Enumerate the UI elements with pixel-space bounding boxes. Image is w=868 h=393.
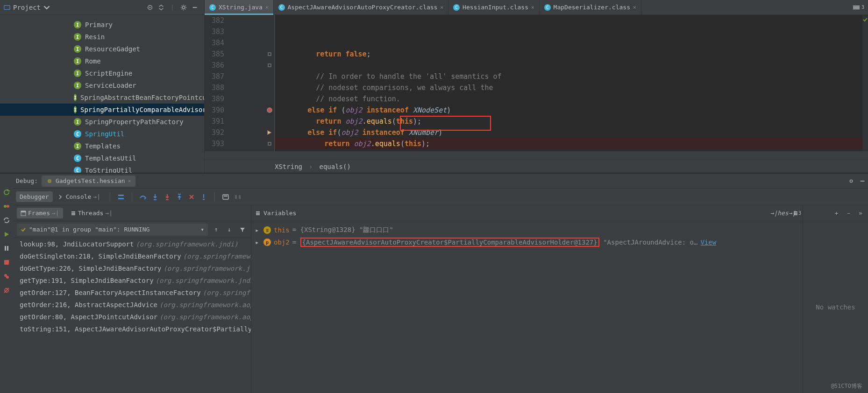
stack-frame[interactable]: doGetSingleton:218, SimpleJndiBeanFactor…	[13, 250, 251, 262]
hide-icon[interactable]	[189, 2, 200, 13]
code-line[interactable]: // nodeset function.	[275, 93, 868, 105]
svg-rect-22	[118, 195, 124, 196]
editor-horizontal-scrollbar[interactable]	[205, 151, 868, 160]
code-line[interactable]: else if(obj2 instanceof XNumber)	[275, 127, 868, 138]
stack-frame[interactable]: lookup:98, JndiLocatorSupport(org.spring…	[13, 238, 251, 250]
code-line[interactable]: return obj2.equals(this);	[275, 116, 868, 127]
editor-tab[interactable]: CMapDeserializer.class✕	[540, 0, 641, 14]
tree-item[interactable]: ISpringPartiallyComparableAdvisorH	[0, 104, 204, 116]
tree-item[interactable]: ISpringPropertyPathFactory	[0, 116, 204, 128]
fold-icon[interactable]	[267, 141, 272, 147]
view-link[interactable]: View	[700, 239, 716, 246]
breadcrumb-method[interactable]: equals()	[319, 163, 350, 170]
stack-frame[interactable]: toString:151, AspectJAwareAdvisorAutoPro…	[13, 323, 251, 335]
frames-list[interactable]: lookup:98, JndiLocatorSupport(org.spring…	[13, 238, 251, 393]
close-icon[interactable]: ✕	[633, 4, 636, 10]
project-tree[interactable]: IPrimaryIResinIResourceGadgetIRomeIScrip…	[0, 15, 204, 173]
tab-debugger[interactable]: Debugger	[16, 191, 53, 202]
project-title[interactable]: Project	[4, 4, 50, 11]
hes-pin[interactable]: →| hes →|	[777, 210, 789, 217]
stack-frame[interactable]: doGetType:226, SimpleJndiBeanFactory(org…	[13, 262, 251, 274]
expand-all-icon[interactable]	[156, 2, 167, 13]
add-watch-icon[interactable]: ＋	[832, 209, 841, 218]
tree-item[interactable]: IScriptEngine	[0, 67, 204, 79]
tab-console[interactable]: Console →|	[55, 191, 104, 202]
remove-watch-icon[interactable]: －	[844, 209, 853, 218]
threads-tab[interactable]: Threads →|	[67, 208, 116, 218]
code-line[interactable]: else if (obj2 instanceof XNodeSet)	[275, 105, 868, 116]
debug-config-tab[interactable]: GadgetsTest.hessian ✕	[42, 175, 135, 187]
code-line[interactable]: // nodeset comparisons, we always call t…	[275, 82, 868, 93]
pause-icon[interactable]	[3, 245, 10, 252]
tree-item-label: SpringUtil	[85, 130, 124, 138]
tree-item[interactable]: IRome	[0, 55, 204, 67]
code-line[interactable]	[275, 60, 868, 71]
tree-item[interactable]: CTemplatesUtil	[0, 152, 204, 164]
tree-item[interactable]: IPrimary	[0, 19, 204, 31]
tree-item[interactable]: CSpringUtil	[0, 128, 204, 140]
code-lines[interactable]: return false; // In order to handle the …	[275, 15, 868, 151]
stack-frame[interactable]: getOrder:80, AspectJPointcutAdvisor(org.…	[13, 311, 251, 323]
stack-frame[interactable]: getOrder:216, AbstractAspectJAdvice(org.…	[13, 299, 251, 311]
code-line[interactable]: else	[275, 149, 868, 151]
tree-item[interactable]: IServiceLoader	[0, 79, 204, 91]
locate-icon[interactable]	[144, 2, 156, 13]
stop-icon[interactable]	[3, 259, 10, 266]
thread-select-text: "main"@1 in group "main": RUNNING	[29, 226, 149, 233]
list-icon[interactable]	[853, 5, 860, 10]
evaluate-expression-icon[interactable]	[221, 192, 231, 202]
code-line[interactable]: // In order to handle the 'all' semantic…	[275, 71, 868, 82]
expand-icon[interactable]: ▸	[255, 239, 261, 246]
tree-item[interactable]: ISpringAbstractBeanFactoryPointcut	[0, 91, 204, 104]
step-into-icon[interactable]	[150, 192, 160, 202]
hidden-tabs-count: 3	[861, 5, 864, 10]
tree-item[interactable]: CToStringUtil	[0, 164, 204, 173]
variable-this[interactable]: ▸ ≡ this = {XString@1328} "龘口口口"	[255, 224, 799, 236]
tree-item[interactable]: ITemplates	[0, 140, 204, 152]
tree-item[interactable]: IResourceGadget	[0, 43, 204, 55]
debug-gear-icon[interactable]	[846, 175, 857, 187]
rerun-icon[interactable]	[3, 189, 10, 196]
run-to-cursor-icon[interactable]	[199, 192, 209, 202]
fold-icon[interactable]	[267, 63, 272, 68]
gear-icon[interactable]	[178, 2, 189, 13]
stack-frame[interactable]: getOrder:127, BeanFactoryAspectInstanceF…	[13, 287, 251, 299]
update-icon[interactable]	[3, 217, 10, 224]
breakpoint-icon[interactable]	[267, 107, 272, 113]
thread-selector[interactable]: "main"@1 in group "main": RUNNING ▾	[17, 224, 208, 236]
expand-icon[interactable]: ▸	[255, 226, 261, 234]
next-frame-icon[interactable]: ↓	[225, 226, 234, 233]
close-icon[interactable]: ✕	[128, 178, 131, 184]
trace-current-stream-icon[interactable]	[233, 192, 243, 202]
code-line[interactable]: return false;	[275, 49, 868, 60]
view-breakpoints-icon[interactable]	[3, 273, 10, 280]
force-step-into-icon[interactable]	[162, 192, 172, 202]
step-out-icon[interactable]	[174, 192, 185, 202]
tree-item[interactable]: IResin	[0, 31, 204, 43]
debug-hide-icon[interactable]	[857, 175, 868, 187]
mute-breakpoints-icon[interactable]	[3, 287, 10, 294]
more-watch-icon[interactable]: »	[856, 210, 865, 217]
frames-tab[interactable]: Frames →|	[17, 208, 63, 218]
close-icon[interactable]: ✕	[531, 4, 534, 10]
resume-icon[interactable]	[3, 231, 10, 238]
editor-tab[interactable]: CXString.java✕	[205, 0, 274, 14]
step-over-icon[interactable]	[138, 192, 148, 202]
error-stripe[interactable]	[862, 15, 868, 151]
close-icon[interactable]: ✕	[265, 4, 269, 10]
variables-body[interactable]: ▸ ≡ this = {XString@1328} "龘口口口" ▸ p obj…	[251, 221, 803, 393]
editor-tab[interactable]: CHessianInput.class✕	[448, 0, 540, 14]
breadcrumb-class[interactable]: XString	[275, 163, 302, 170]
stack-frame[interactable]: getType:191, SimpleJndiBeanFactory(org.s…	[13, 274, 251, 287]
fold-icon[interactable]	[267, 51, 272, 57]
modify-run-icon[interactable]	[3, 203, 10, 210]
close-icon[interactable]: ✕	[440, 4, 443, 10]
code-line[interactable]: return obj2.equals(this);	[275, 138, 868, 149]
show-execution-point-icon[interactable]	[116, 192, 126, 202]
prev-frame-icon[interactable]: ↑	[212, 226, 221, 233]
filter-icon[interactable]	[238, 227, 247, 232]
variable-obj2[interactable]: ▸ p obj2 = {AspectJAwareAdvisorAutoProxy…	[255, 236, 799, 248]
drop-frame-icon[interactable]	[186, 192, 197, 202]
editor-tab[interactable]: CAspectJAwareAdvisorAutoProxyCreator.cla…	[274, 0, 449, 14]
project-tool-window: Project | IPrimaryIResinIResourceGadgetI…	[0, 0, 205, 173]
